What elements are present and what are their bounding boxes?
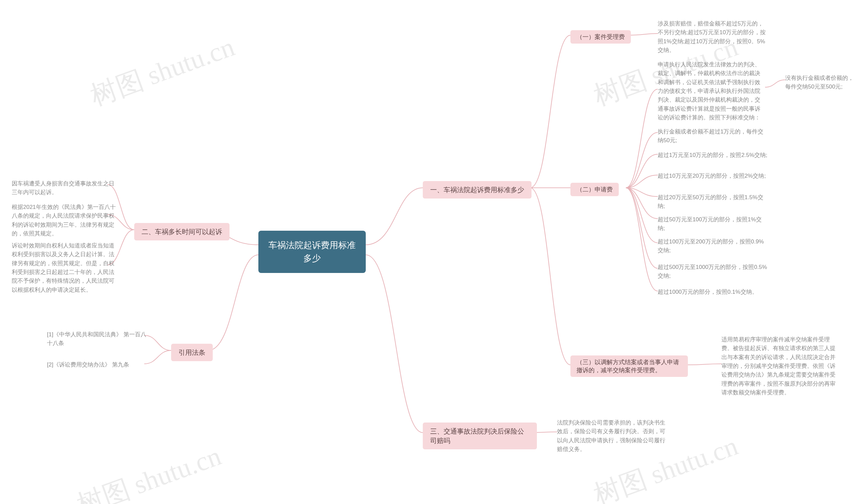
- subsection-1b-intro: 申请执行人民法院发生法律效力的判决、裁定、调解书，仲裁机构依法作出的裁决和调解书…: [658, 60, 765, 122]
- law-item: [2]《诉讼费用交纳办法》 第九条: [47, 361, 129, 369]
- center-topic[interactable]: 车祸法院起诉费用标准多少: [258, 231, 366, 273]
- section-3-text: 法院判决保险公司需要承担的，该判决书生效后，保险公司有义务履行判决。否则，可以向…: [557, 419, 668, 454]
- subsection-1b-item: 超过1000万元的部分，按照0.1%交纳。: [658, 288, 758, 296]
- section-3[interactable]: 三、交通事故法院判决后保险公司赔吗: [423, 423, 537, 449]
- section-2[interactable]: 二、车祸多长时间可以起诉: [134, 223, 229, 240]
- law-item: [1]《中华人民共和国民法典》 第一百八十八条: [47, 330, 151, 348]
- subsection-1b-item: 超过50万元至100万元的部分，按照1%交纳;: [658, 215, 768, 233]
- subsection-1b-item: 超过100万元至200万元的部分，按照0.9%交纳;: [658, 237, 768, 255]
- subsection-1b-item: 超过1万元至10万元的部分，按照2.5%交纳;: [658, 151, 767, 160]
- subsection-1c[interactable]: （三）以调解方式结案或者当事人申请撤诉的，减半交纳案件受理费。: [570, 356, 688, 377]
- section-2-item: 诉讼时效期间自权利人知道或者应当知道权利受到损害以及义务人之日起计算。法律另有规…: [12, 241, 116, 295]
- subsection-1b-item: 超过10万元至20万元的部分，按照2%交纳;: [658, 172, 766, 180]
- subsection-1c-text: 适用简易程序审理的案件减半交纳案件受理费。被告提起反诉、有独立请求权的第三人提出…: [721, 335, 835, 397]
- subsection-1b[interactable]: （二）申请费: [570, 183, 619, 196]
- section-1[interactable]: 一、车祸法院起诉费用标准多少: [423, 181, 531, 199]
- watermark: 树图 shutu.cn: [86, 29, 240, 114]
- section-2-item: 因车祸遭受人身损害自交通事故发生之日三年内可以起诉。: [12, 179, 116, 197]
- subsection-1a[interactable]: （一）案件受理费: [570, 30, 631, 44]
- subsection-1b-intro-right: 没有执行金额或者价额的，每件交纳50元至500元;: [785, 74, 856, 92]
- subsection-1b-item: 超过500万元至1000万元的部分，按照0.5%交纳;: [658, 263, 768, 281]
- subsection-1b-item: 执行金额或者价额不超过1万元的，每件交纳50元;: [658, 127, 768, 145]
- law-section[interactable]: 引用法条: [171, 344, 213, 361]
- subsection-1a-text: 涉及损害赔偿，赔偿金额不超过5万元的，不另行交纳;超过5万元至10万元的部分，按…: [658, 19, 768, 55]
- watermark: 树图 shutu.cn: [72, 438, 226, 504]
- section-2-item: 根据2021年生效的《民法典》第一百八十八条的规定，向人民法院请求保护民事权利的…: [12, 203, 116, 238]
- subsection-1b-item: 超过20万元至50万元的部分，按照1.5%交纳;: [658, 193, 768, 211]
